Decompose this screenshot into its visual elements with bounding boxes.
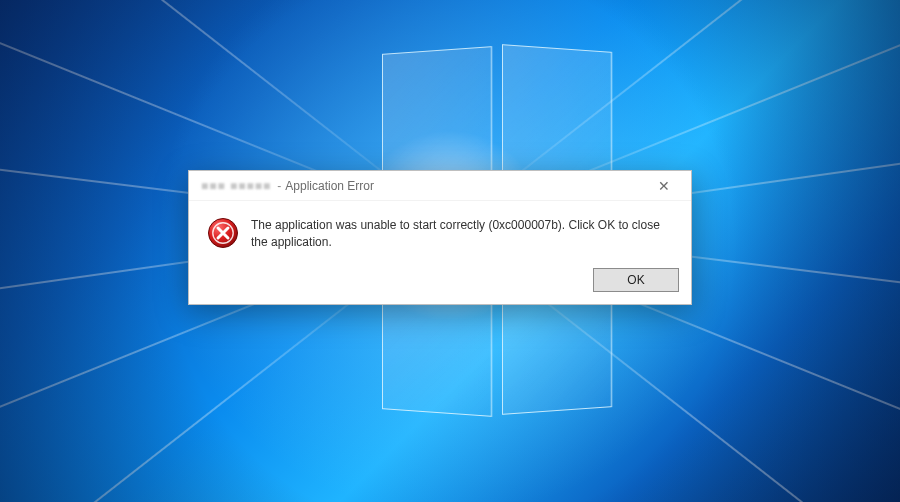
dialog-title-separator: - <box>277 179 281 193</box>
close-icon: ✕ <box>658 179 670 193</box>
desktop-wallpaper: ■■■ ■■■■■ - Application Error ✕ <box>0 0 900 502</box>
dialog-title: Application Error <box>285 179 374 193</box>
dialog-titlebar[interactable]: ■■■ ■■■■■ - Application Error ✕ <box>189 171 691 201</box>
ok-button[interactable]: OK <box>593 268 679 292</box>
close-button[interactable]: ✕ <box>647 175 681 197</box>
dialog-app-name-obscured: ■■■ ■■■■■ <box>201 179 271 193</box>
error-dialog: ■■■ ■■■■■ - Application Error ✕ <box>188 170 692 305</box>
dialog-message: The application was unable to start corr… <box>251 215 661 252</box>
dialog-footer: OK <box>189 262 691 304</box>
error-icon <box>207 217 239 249</box>
dialog-body: The application was unable to start corr… <box>189 201 691 262</box>
